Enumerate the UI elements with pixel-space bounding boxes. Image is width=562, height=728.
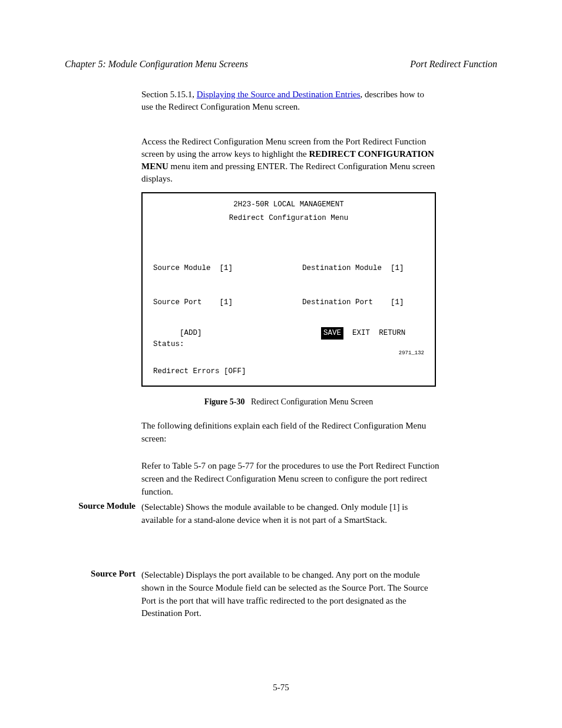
terminal-screen: 2H23-50R LOCAL MANAGEMENT Redirect Confi… <box>141 192 436 387</box>
page-number: 5-75 <box>0 683 562 693</box>
side-heading-source-module: Source Module <box>65 501 135 511</box>
screen-footer: [ADD] SAVE EXIT RETURN 2971_132 <box>153 315 424 381</box>
intro-link[interactable]: Displaying the Source and Destination En… <box>197 90 361 99</box>
side-body-source-port: (Selectable) Displays the port available… <box>141 569 442 620</box>
side-body-source-module: (Selectable) Shows the module available … <box>141 501 442 527</box>
access-suffix: menu item and pressing ENTER. The Redire… <box>141 162 435 183</box>
screen-source-port: Source Port [1] <box>153 297 302 308</box>
body-p2: Refer to Table 5-7 on page 5-77 for the … <box>141 460 442 498</box>
screen-source-module: Source Module [1] <box>153 263 302 274</box>
figure-number: Figure 5-30 <box>204 397 245 406</box>
header-left: Chapter 5: Module Configuration Menu Scr… <box>65 59 248 69</box>
figure-title: Redirect Configuration Menu Screen <box>251 397 373 406</box>
screen-dest-port: Destination Port [1] <box>302 297 424 308</box>
save-button[interactable]: SAVE <box>321 327 343 340</box>
access-paragraph: Access the Redirect Configuration Menu s… <box>141 136 436 185</box>
screen-title: 2H23-50R LOCAL MANAGEMENT <box>153 199 424 210</box>
screen-dest-module: Destination Module [1] <box>302 263 424 274</box>
figure-caption: Figure 5-30 Redirect Configuration Menu … <box>141 397 436 407</box>
footer-ref: 2971_132 <box>153 350 424 358</box>
footer-add: [ADD] <box>180 329 202 337</box>
intro-prefix: Section 5.15.1, <box>141 90 197 99</box>
screen-subtitle: Redirect Configuration Menu <box>153 213 424 224</box>
side-heading-source-port: Source Port <box>65 569 135 579</box>
intro-paragraph: Section 5.15.1, Displaying the Source an… <box>141 88 436 113</box>
footer-return: RETURN <box>379 329 405 337</box>
body-p1: The following definitions explain each f… <box>141 420 442 446</box>
header-right: Port Redirect Function <box>410 59 497 70</box>
footer-exit: EXIT <box>352 329 370 337</box>
